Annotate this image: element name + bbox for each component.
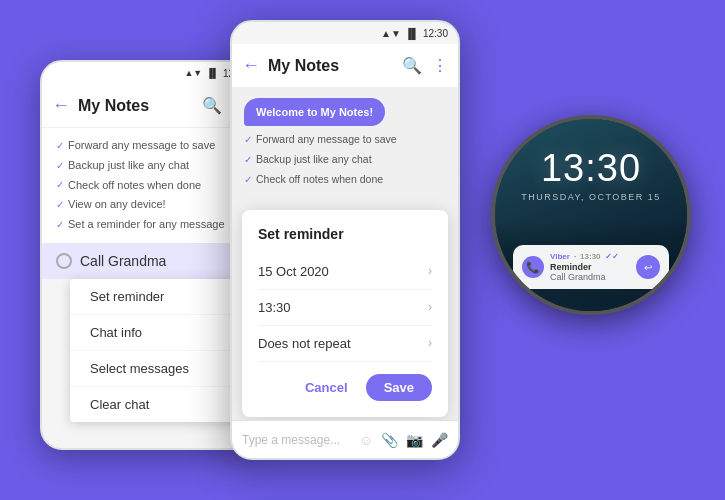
- clear-chat-row[interactable]: Clear chat: [242, 459, 448, 460]
- page-title: My Notes: [268, 57, 394, 75]
- note-item-5: Set a reminder for any message: [56, 215, 244, 235]
- search-icon[interactable]: 🔍: [402, 56, 422, 75]
- call-grandma-item[interactable]: Call Grandma: [42, 243, 258, 279]
- notification-action-button[interactable]: ↩: [636, 255, 660, 279]
- input-icons: ☺ 📎 📷 🎤: [359, 432, 448, 448]
- camera-icon[interactable]: 📷: [406, 432, 423, 448]
- note-item-2: Backup just like any chat: [56, 156, 244, 176]
- reminder-dialog: Set reminder 15 Oct 2020 › 13:30 › Does …: [242, 210, 448, 417]
- header-icons: 🔍 ⋮: [402, 56, 448, 75]
- time-display: 12:30: [423, 28, 448, 39]
- left-phone: ▲▼ ▐▌ 12:30 ← My Notes 🔍 ⋮ Forward any m…: [40, 60, 260, 450]
- repeat-row[interactable]: Does not repeat ›: [258, 326, 432, 362]
- watch-date-display: THURSDAY, OCTOBER 15: [521, 192, 661, 202]
- note-item-3: Check off notes when done: [56, 176, 244, 196]
- note-line-2: Backup just like any chat: [244, 150, 446, 170]
- left-phone-header: ← My Notes 🔍 ⋮: [42, 84, 258, 128]
- chevron-right-icon: ›: [428, 300, 432, 314]
- message-input-bar: Type a message... ☺ 📎 📷 🎤: [232, 420, 458, 458]
- notification-message: Call Grandma: [550, 272, 630, 282]
- back-button[interactable]: ←: [242, 55, 260, 76]
- signal-icon: ▲▼: [184, 68, 202, 78]
- date-label: 15 Oct 2020: [258, 264, 329, 279]
- center-status-bar: ▲▼ ▐▌ 12:30: [232, 22, 458, 44]
- signal-icon: ▲▼: [381, 28, 401, 39]
- watch-background: 13:30 THURSDAY, OCTOBER 15 📞 Viber · 13:…: [495, 119, 687, 311]
- time-label: 13:30: [258, 300, 291, 315]
- mic-icon[interactable]: 🎤: [431, 432, 448, 448]
- note-item-1: Forward any message to save: [56, 136, 244, 156]
- page-title: My Notes: [78, 97, 194, 115]
- chevron-right-icon: ›: [428, 264, 432, 278]
- smartwatch: 13:30 THURSDAY, OCTOBER 15 📞 Viber · 13:…: [491, 115, 691, 315]
- note-item-4: View on any device!: [56, 195, 244, 215]
- attach-icon[interactable]: 📎: [381, 432, 398, 448]
- notes-content: Forward any message to save Backup just …: [42, 128, 258, 243]
- center-phone: ▲▼ ▐▌ 12:30 ← My Notes 🔍 ⋮ Welcome to My…: [230, 20, 460, 460]
- notif-time: 13:30: [580, 252, 600, 261]
- date-row[interactable]: 15 Oct 2020 ›: [258, 254, 432, 290]
- dialog-title: Set reminder: [258, 226, 432, 242]
- viber-icon: 📞: [522, 256, 544, 278]
- watch-notification: 📞 Viber · 13:30 ✓✓ Reminder Call Grandma…: [513, 245, 669, 289]
- back-button[interactable]: ←: [52, 95, 70, 116]
- dialog-actions: Cancel Save: [258, 374, 432, 401]
- app-name: Viber: [550, 252, 570, 261]
- message-placeholder[interactable]: Type a message...: [242, 433, 351, 447]
- cancel-button[interactable]: Cancel: [295, 374, 358, 401]
- note-line-3: Check off notes when done: [244, 170, 446, 190]
- reply-icon: ↩: [644, 262, 652, 273]
- notification-header: Viber · 13:30 ✓✓: [550, 252, 630, 261]
- chevron-right-icon: ›: [428, 336, 432, 350]
- repeat-label: Does not repeat: [258, 336, 351, 351]
- notification-title: Reminder: [550, 262, 630, 272]
- notes-list: Forward any message to save Backup just …: [244, 130, 446, 190]
- viber-logo: 📞: [526, 261, 540, 274]
- watch-time-display: 13:30: [541, 147, 641, 190]
- notif-separator: ·: [574, 252, 576, 261]
- save-button[interactable]: Save: [366, 374, 432, 401]
- more-icon[interactable]: ⋮: [432, 56, 448, 75]
- search-icon[interactable]: 🔍: [202, 96, 222, 115]
- item-label: Call Grandma: [80, 253, 166, 269]
- time-row[interactable]: 13:30 ›: [258, 290, 432, 326]
- left-status-bar: ▲▼ ▐▌ 12:30: [42, 62, 258, 84]
- note-line-1: Forward any message to save: [244, 130, 446, 150]
- radio-button[interactable]: [56, 253, 72, 269]
- welcome-bubble: Welcome to My Notes!: [244, 98, 385, 126]
- center-phone-header: ← My Notes 🔍 ⋮: [232, 44, 458, 88]
- checkmarks: ✓✓: [605, 252, 619, 261]
- notification-content: Viber · 13:30 ✓✓ Reminder Call Grandma: [550, 252, 630, 282]
- battery-icon: ▐▌: [405, 28, 419, 39]
- battery-icon: ▐▌: [206, 68, 219, 78]
- emoji-icon[interactable]: ☺: [359, 432, 373, 448]
- center-body: Welcome to My Notes! Forward any message…: [232, 88, 458, 200]
